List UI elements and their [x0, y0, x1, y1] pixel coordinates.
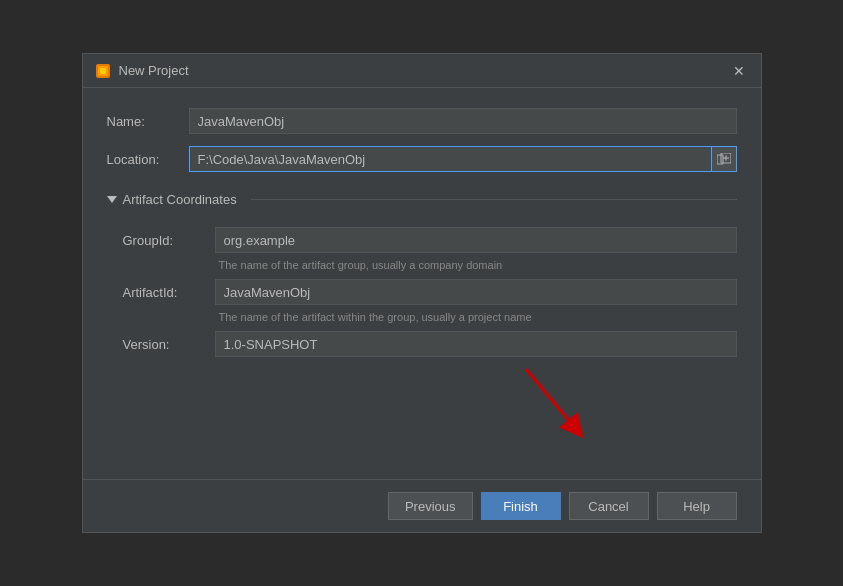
artifact-section-title: Artifact Coordinates	[123, 192, 237, 207]
version-row: Version:	[123, 331, 737, 357]
location-field	[189, 146, 737, 172]
previous-button[interactable]: Previous	[388, 492, 473, 520]
artifact-id-hint: The name of the artifact within the grou…	[123, 311, 737, 323]
artifact-id-row: ArtifactId:	[123, 279, 737, 305]
dialog-title: New Project	[119, 63, 189, 78]
location-label: Location:	[107, 152, 177, 167]
group-id-row: GroupId:	[123, 227, 737, 253]
help-button[interactable]: Help	[657, 492, 737, 520]
close-button[interactable]: ✕	[729, 61, 749, 81]
dialog-body: Name: Location: Artifact Co	[83, 88, 761, 479]
name-row: Name:	[107, 108, 737, 134]
new-project-dialog: New Project ✕ Name: Location:	[82, 53, 762, 533]
location-browse-button[interactable]	[711, 146, 737, 172]
version-input[interactable]	[215, 331, 737, 357]
artifact-id-input[interactable]	[215, 279, 737, 305]
svg-rect-2	[100, 68, 106, 74]
name-input[interactable]	[189, 108, 737, 134]
name-label: Name:	[107, 114, 177, 129]
version-label: Version:	[123, 337, 203, 352]
button-bar: Previous Finish Cancel Help	[83, 479, 761, 532]
dialog-icon	[95, 63, 111, 79]
title-bar: New Project ✕	[83, 54, 761, 88]
location-input[interactable]	[189, 146, 711, 172]
cancel-button[interactable]: Cancel	[569, 492, 649, 520]
finish-button[interactable]: Finish	[481, 492, 561, 520]
section-collapse-icon[interactable]	[107, 196, 117, 203]
group-id-label: GroupId:	[123, 233, 203, 248]
artifact-section: GroupId: The name of the artifact group,…	[107, 227, 737, 359]
location-row: Location:	[107, 146, 737, 172]
artifact-id-label: ArtifactId:	[123, 285, 203, 300]
group-id-input[interactable]	[215, 227, 737, 253]
group-id-hint: The name of the artifact group, usually …	[123, 259, 737, 271]
title-bar-left: New Project	[95, 63, 189, 79]
section-divider	[251, 199, 737, 200]
artifact-section-header: Artifact Coordinates	[107, 192, 737, 207]
